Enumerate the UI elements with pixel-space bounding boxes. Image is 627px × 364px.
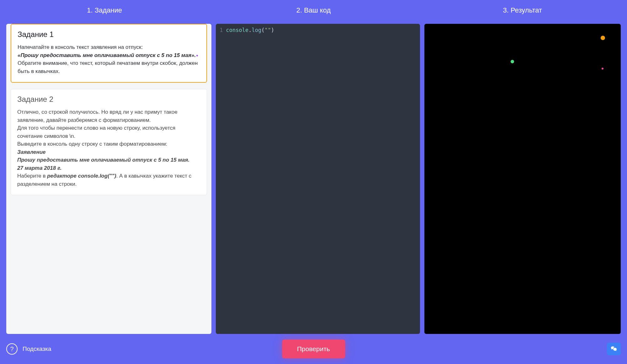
task-em: Прошу предоставить мне оплачиваемый отпу… (17, 157, 189, 163)
main-area: Задание 1 Напечатайте в консоль текст за… (0, 24, 627, 334)
task-text: Наберите в (17, 173, 47, 179)
task-title: Задание 2 (17, 95, 200, 104)
decorative-dot (602, 68, 603, 70)
task-text: Напечатайте в консоль текст заявления на… (18, 44, 143, 50)
code-line: 1 console.log("") (220, 27, 416, 33)
decorative-dot (511, 60, 514, 63)
hint-label: Подсказка (23, 346, 51, 352)
task-text: Выведите в консоль одну строку с таким ф… (17, 141, 167, 147)
task-card-2[interactable]: Задание 2 Отлично, со строкой получилось… (11, 89, 207, 195)
question-icon: ? (6, 343, 18, 355)
header-tabs: 1. Задание 2. Ваш код 3. Результат (0, 0, 627, 24)
task-text: Отлично, со строкой получилось. Но вряд … (17, 109, 178, 123)
tab-task[interactable]: 1. Задание (0, 6, 209, 14)
task-text: Для того чтобы перенести слово на новую … (17, 125, 175, 139)
caret-dot (196, 55, 198, 56)
task-body: Отлично, со строкой получилось. Но вряд … (17, 108, 200, 188)
task-em: редакторе console.log("") (47, 173, 116, 179)
tab-result[interactable]: 3. Результат (418, 6, 627, 14)
line-number: 1 (220, 27, 223, 33)
task-title: Задание 1 (18, 30, 200, 39)
tab-code[interactable]: 2. Ваш код (209, 6, 418, 14)
tasks-panel[interactable]: Задание 1 Напечатайте в консоль текст за… (6, 24, 211, 334)
task-text: Обратите внимание, что текст, который пе… (18, 60, 198, 74)
task-em: «Прошу предоставить мне оплачиваемый отп… (18, 52, 196, 58)
code-content[interactable]: console.log("") (226, 27, 274, 33)
task-body: Напечатайте в консоль текст заявления на… (18, 43, 200, 75)
chat-button[interactable] (607, 343, 621, 355)
decorative-dot (601, 36, 605, 40)
check-button[interactable]: Проверить (282, 340, 345, 358)
code-editor[interactable]: 1 console.log("") (216, 24, 420, 334)
hint-button[interactable]: ? Подсказка (6, 343, 51, 355)
result-panel (424, 24, 621, 334)
task-em: 27 марта 2018 г. (17, 165, 61, 171)
task-em: Заявление (17, 149, 46, 155)
chat-icon (610, 346, 617, 352)
footer-bar: ? Подсказка Проверить (0, 334, 627, 364)
task-card-1[interactable]: Задание 1 Напечатайте в консоль текст за… (11, 24, 207, 83)
